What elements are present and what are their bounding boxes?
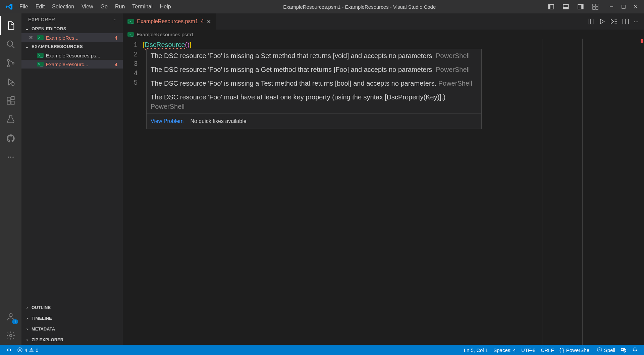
file-tree-item[interactable]: ✕ >_ ExampleResources.ps... bbox=[21, 51, 123, 60]
titlebar: File Edit Selection View Go Run Terminal… bbox=[0, 0, 644, 13]
maximize-icon[interactable] bbox=[618, 3, 629, 10]
close-icon[interactable] bbox=[630, 3, 641, 10]
activity-source-control-icon[interactable] bbox=[0, 54, 21, 73]
svg-rect-29 bbox=[588, 19, 590, 24]
toggle-secondary-sidebar-icon[interactable] bbox=[574, 2, 587, 11]
open-editors-header[interactable]: ⌄ OPEN EDITORS bbox=[21, 24, 123, 33]
file-tree-item[interactable]: ✕ >_ ExampleResourc... 4 bbox=[21, 60, 123, 69]
menu-terminal[interactable]: Terminal bbox=[129, 2, 156, 12]
activity-testing-icon[interactable] bbox=[0, 110, 21, 129]
line-number: 3 bbox=[123, 59, 138, 68]
svg-rect-6 bbox=[593, 4, 595, 6]
bracket-token: ] bbox=[190, 41, 192, 48]
svg-point-17 bbox=[7, 65, 9, 67]
activity-extensions-icon[interactable] bbox=[0, 91, 21, 110]
overview-ruler[interactable] bbox=[637, 39, 644, 345]
problem-message: The DSC resource 'Foo' is missing a Set … bbox=[151, 52, 434, 59]
activity-settings-icon[interactable] bbox=[0, 326, 21, 345]
menu-help[interactable]: Help bbox=[157, 2, 174, 12]
breadcrumb-file: ExampleResources.psm1 bbox=[137, 32, 194, 37]
svg-rect-30 bbox=[591, 19, 593, 24]
indentation-status[interactable]: Spaces: 4 bbox=[491, 347, 519, 353]
menu-view[interactable]: View bbox=[78, 2, 96, 12]
outline-section[interactable]: ›OUTLINE bbox=[21, 302, 123, 313]
titlebar-layout-controls bbox=[545, 2, 602, 11]
minimize-icon[interactable] bbox=[606, 3, 617, 10]
menu-selection[interactable]: Selection bbox=[49, 2, 77, 12]
activity-run-debug-icon[interactable] bbox=[0, 73, 21, 91]
view-problem-link[interactable]: View Problem bbox=[151, 117, 183, 126]
menu-edit[interactable]: Edit bbox=[32, 2, 48, 12]
error-count: 4 bbox=[115, 61, 119, 67]
activity-accounts-icon[interactable]: 1 bbox=[0, 307, 21, 326]
code-line: [DscResource()] bbox=[143, 40, 644, 49]
editor-ruler bbox=[582, 39, 583, 345]
powershell-file-icon: >_ bbox=[37, 62, 44, 66]
activity-github-icon[interactable] bbox=[0, 129, 21, 148]
timeline-section[interactable]: ›TIMELINE bbox=[21, 313, 123, 323]
split-editor-icon[interactable] bbox=[622, 18, 629, 25]
metadata-section[interactable]: ›METADATA bbox=[21, 323, 123, 334]
zip-explorer-section[interactable]: ›ZIP EXPLORER bbox=[21, 334, 123, 345]
explorer-sidebar: EXPLORER ··· ⌄ OPEN EDITORS ✕ >_ Example… bbox=[21, 13, 123, 345]
tab-close-icon[interactable]: ✕ bbox=[207, 18, 211, 25]
breadcrumb[interactable]: >_ ExampleResources.psm1 bbox=[123, 30, 644, 39]
cursor-position[interactable]: Ln 5, Col 1 bbox=[461, 347, 491, 353]
run-selection-icon[interactable] bbox=[610, 18, 618, 25]
eol-status[interactable]: CRLF bbox=[538, 347, 556, 353]
line-number: 2 bbox=[123, 49, 138, 59]
encoding-status[interactable]: UTF-8 bbox=[519, 347, 538, 353]
chevron-right-icon: › bbox=[25, 305, 30, 310]
workspace-header[interactable]: ⌄ EXAMPLERESOURCES bbox=[21, 42, 123, 51]
line-number: 4 bbox=[123, 68, 138, 78]
activity-search-icon[interactable] bbox=[0, 35, 21, 54]
sidebar-more-icon[interactable]: ··· bbox=[112, 17, 117, 22]
menu-file[interactable]: File bbox=[16, 2, 32, 12]
svg-point-24 bbox=[8, 157, 9, 158]
notifications-icon[interactable] bbox=[629, 347, 641, 353]
editor-more-icon[interactable]: ··· bbox=[634, 18, 639, 25]
run-file-icon[interactable] bbox=[599, 18, 605, 25]
vscode-logo-icon bbox=[5, 3, 13, 11]
activity-more-icon[interactable] bbox=[0, 148, 21, 167]
toggle-primary-sidebar-icon[interactable] bbox=[545, 2, 557, 11]
braces-icon: { } bbox=[559, 347, 564, 353]
svg-rect-21 bbox=[7, 101, 10, 104]
svg-point-25 bbox=[10, 157, 11, 158]
spell-label: Spell bbox=[604, 347, 615, 353]
menu-go[interactable]: Go bbox=[97, 2, 111, 12]
svg-point-28 bbox=[10, 335, 12, 337]
code-content[interactable]: [DscResource()] The DSC resource 'Foo' i… bbox=[143, 39, 644, 345]
svg-point-16 bbox=[7, 59, 9, 61]
svg-rect-23 bbox=[11, 96, 14, 99]
activity-explorer-icon[interactable] bbox=[0, 16, 21, 35]
window-controls bbox=[606, 3, 641, 10]
language-mode[interactable]: { }PowerShell bbox=[557, 347, 594, 353]
powershell-file-icon: >_ bbox=[37, 53, 44, 58]
svg-line-15 bbox=[12, 46, 14, 48]
compare-changes-icon[interactable] bbox=[587, 18, 594, 25]
workspace-label: EXAMPLERESOURCES bbox=[32, 44, 83, 49]
feedback-icon[interactable] bbox=[618, 347, 629, 353]
svg-rect-8 bbox=[593, 7, 595, 9]
svg-rect-20 bbox=[7, 97, 10, 100]
problem-source: PowerShell bbox=[436, 52, 470, 59]
customize-layout-icon[interactable] bbox=[589, 2, 602, 11]
spell-status[interactable]: ⓧSpell bbox=[594, 347, 618, 353]
svg-point-27 bbox=[9, 314, 12, 317]
remote-indicator[interactable] bbox=[3, 347, 15, 353]
open-editor-item[interactable]: ✕ >_ ExampleRes... 4 bbox=[21, 33, 123, 42]
paren-token: () bbox=[185, 41, 190, 48]
editor-tab[interactable]: >_ ExampleResources.psm1 4 ✕ bbox=[123, 13, 216, 30]
problem-item: The DSC resource 'Foo' is missing a Get … bbox=[147, 63, 481, 77]
error-icon: ⓧ bbox=[17, 347, 22, 353]
svg-rect-3 bbox=[563, 7, 569, 9]
menu-run[interactable]: Run bbox=[112, 2, 128, 12]
problem-message: The DSC resource 'Foo' is missing a Test… bbox=[151, 80, 436, 87]
editor-body[interactable]: 1 2 3 4 5 [DscResource()] The DSC resour… bbox=[123, 39, 644, 345]
close-editor-icon[interactable]: ✕ bbox=[29, 35, 35, 41]
language-label: PowerShell bbox=[566, 347, 592, 353]
problem-source: PowerShell bbox=[436, 66, 470, 73]
toggle-panel-icon[interactable] bbox=[559, 2, 572, 11]
problems-status[interactable]: ⓧ 4 ⚠ 0 bbox=[15, 347, 41, 353]
